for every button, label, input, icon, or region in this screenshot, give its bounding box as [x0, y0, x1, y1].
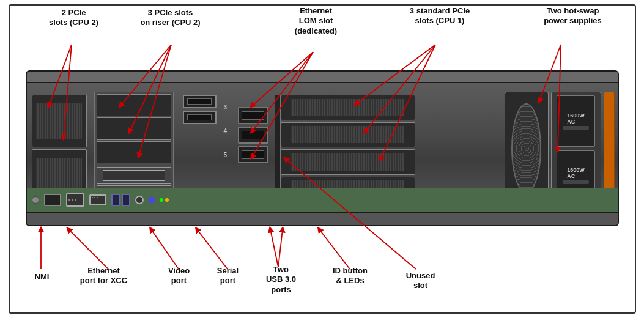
server-bottom-rail	[27, 212, 618, 225]
riser-slot-2	[97, 117, 171, 139]
label-serial: Serialport	[207, 266, 250, 286]
svg-line-18	[278, 229, 283, 267]
leds-visual	[160, 191, 169, 209]
riser-eth-1	[183, 95, 217, 108]
eth-xcc-visual	[44, 191, 61, 209]
pcie-slot-1	[32, 95, 87, 147]
svg-line-17	[270, 229, 278, 267]
main-container: 3 4 5	[0, 0, 644, 318]
lom-area	[238, 107, 268, 199]
usb-ports-visual	[111, 191, 130, 209]
psu-top-label: 1600WAC	[567, 113, 585, 125]
led-green	[160, 198, 163, 202]
riser-slot-3	[97, 141, 171, 163]
lom-port-3	[238, 146, 268, 163]
pcie-right-slots	[281, 95, 415, 202]
label-ethernet-lom: EthernetLOM slot(dedicated)	[276, 6, 356, 36]
slot-numbers: 3 4 5	[224, 104, 228, 158]
bottom-ports	[27, 188, 618, 212]
label-video: Videoport	[158, 266, 201, 286]
lom-port-1	[238, 107, 268, 124]
circular-port	[135, 196, 144, 204]
nmi-port-visual	[32, 191, 39, 209]
vga-visual	[66, 191, 84, 209]
vga-port-detail	[66, 193, 84, 207]
fan-grill	[511, 103, 541, 193]
pcie-right-3	[281, 149, 415, 175]
pcie-left-slots	[32, 95, 87, 202]
circular-port-visual	[135, 191, 144, 209]
label-hotswap-psu: Two hot-swappower supplies	[527, 6, 619, 26]
label-pcie-cpu1: 3 standard PCIeslots (CPU 1)	[396, 6, 484, 26]
slot-5-label: 5	[224, 152, 228, 158]
slot-3-label: 3	[224, 104, 228, 111]
svg-line-15	[151, 229, 179, 269]
leds-group	[160, 198, 169, 202]
server-top-rail	[27, 72, 618, 83]
label-pcie-cpu2-2slots: 2 PCIeslots (CPU 2)	[34, 8, 114, 28]
svg-line-16	[197, 229, 228, 269]
label-pcie-riser: 3 PCIe slotson riser (CPU 2)	[131, 8, 210, 28]
pcie-right-1	[281, 95, 415, 120]
serial-port-detail	[89, 194, 106, 205]
label-unused-slot: Unusedslot	[396, 271, 445, 291]
nmi-button-visual	[32, 196, 39, 204]
label-id-button: ID button& LEDs	[323, 266, 378, 286]
label-usb: TwoUSB 3.0ports	[257, 265, 306, 295]
psu-top: 1600WAC	[557, 95, 595, 147]
eth-xcc-port	[44, 194, 61, 206]
id-button-detail	[149, 197, 155, 203]
id-button-visual	[149, 191, 155, 209]
diagram-wrapper: 3 4 5	[7, 3, 637, 315]
lom-port-2	[238, 127, 268, 144]
svg-line-19	[319, 229, 350, 269]
led-amber	[165, 198, 169, 202]
riser-eth-ports	[183, 95, 217, 144]
usb-port-2	[122, 194, 130, 206]
slot-4-label: 4	[224, 128, 228, 135]
unused-slot-visual	[275, 95, 281, 202]
serial-visual	[89, 191, 106, 209]
server-image: 3 4 5	[26, 70, 619, 226]
psu-bottom-label: 1600WAC	[567, 167, 585, 179]
pcie-right-2	[281, 122, 415, 148]
usb-port-1	[111, 194, 120, 206]
riser-slot-1	[97, 94, 171, 116]
label-nmi: NMI	[27, 272, 57, 282]
riser-eth-2	[183, 111, 217, 124]
svg-line-14	[68, 229, 108, 269]
usb-ports-group	[111, 194, 130, 206]
label-eth-xcc: Ethernetport for XCC	[73, 266, 135, 286]
